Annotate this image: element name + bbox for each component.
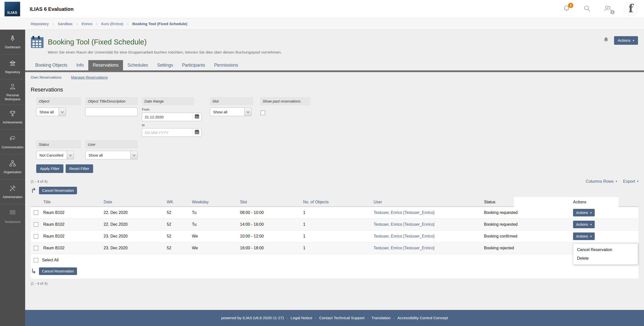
footer-link-translation[interactable]: Translation — [372, 316, 391, 320]
user-link[interactable]: Testuser, Enrico [Testuser_Enrico] — [374, 222, 434, 226]
object-notification-bell-icon[interactable] — [602, 36, 610, 44]
avatar[interactable]: f — [624, 2, 638, 16]
row-date: 22. Dec 2020 — [101, 210, 164, 215]
row-checkbox[interactable] — [34, 210, 38, 215]
table-header-slot[interactable]: Slot — [237, 200, 301, 204]
footer-link-accessibility-control-concept[interactable]: Accessibility Control Concept — [397, 316, 448, 320]
date-from-input[interactable] — [142, 113, 192, 121]
tab-permissions[interactable]: Permissions — [210, 60, 243, 70]
sidebar-item-achievements[interactable]: Achievements — [0, 105, 25, 130]
row-actions-cell: Actions▾Cancel ReservationDelete — [571, 232, 638, 240]
row-actions-button[interactable]: Actions▾ — [573, 209, 595, 216]
org-chart-icon — [9, 160, 16, 168]
sidebar-item-label: Organisation — [4, 170, 22, 174]
footer-separator: · — [315, 316, 316, 320]
row-slot: 16:00 - 18:00 — [237, 246, 301, 250]
table-header-no-of-objects[interactable]: No. of Objects — [301, 200, 371, 204]
tab-participants[interactable]: Participants — [178, 60, 210, 70]
chevron-down-icon — [244, 108, 251, 116]
breadcrumb-item-repository[interactable]: Repository — [31, 22, 49, 26]
breadcrumb-item-enrico[interactable]: Enrico — [82, 22, 92, 26]
row-checkbox[interactable] — [34, 246, 38, 250]
columns-rows-dropdown[interactable]: Columns Rows▾ — [586, 179, 617, 184]
row-user-cell: Testuser, Enrico [Testuser_Enrico] — [371, 234, 481, 239]
user-icon — [9, 83, 16, 91]
subtab-manage-reservations[interactable]: Manage Reservations — [71, 75, 108, 79]
row-status: Booking requested — [481, 222, 571, 227]
breadcrumb-item-booking-tool-fixed-schedule[interactable]: Booking Tool (Fixed Schedule) — [132, 22, 187, 26]
tab-booking-objects[interactable]: Booking Objects — [31, 60, 72, 70]
row-checkbox[interactable] — [34, 234, 38, 239]
sidebar-item-testbereich[interactable]: Testbereich — [0, 204, 25, 229]
sidebar-item-repository[interactable]: Repository — [0, 55, 25, 79]
tab-settings[interactable]: Settings — [153, 60, 178, 70]
row-checkbox[interactable] — [34, 222, 38, 227]
breadcrumb-item-kurs-enrico[interactable]: Kurs (Enrico) — [101, 22, 123, 26]
breadcrumb-item-sandbox[interactable]: Sandbox — [58, 22, 72, 26]
slot-filter-select[interactable]: Show all — [210, 108, 252, 116]
museum-icon — [9, 60, 16, 68]
menu-item-cancel-reservation[interactable]: Cancel Reservation — [573, 246, 638, 254]
bulk-cancel-reservation-top-button[interactable]: Cancel Reservation — [39, 187, 77, 194]
export-dropdown[interactable]: Export▾ — [623, 179, 638, 184]
date-from-label: From — [142, 108, 202, 111]
sidebar-item-administration[interactable]: Administration — [0, 179, 25, 204]
subtab-own-reservations[interactable]: Own Reservations — [31, 75, 62, 79]
user-link[interactable]: Testuser, Enrico [Testuser_Enrico] — [374, 210, 434, 215]
table-header-title[interactable]: Title — [41, 200, 101, 204]
row-actions-button[interactable]: Actions▾ — [573, 221, 595, 228]
user-filter-label: User — [85, 140, 138, 149]
sidebar-item-label: Personal Workspace — [1, 94, 24, 101]
row-status: Booking requested — [481, 210, 571, 215]
apply-filter-button[interactable]: Apply Filter — [36, 164, 63, 173]
table-header-date[interactable]: Date — [101, 200, 164, 204]
sidebar-item-personal-workspace[interactable]: Personal Workspace — [0, 79, 25, 105]
row-slot: 14:00 - 16:00 — [237, 222, 301, 227]
test-tubes-icon — [9, 209, 16, 218]
row-weekday: Tu — [189, 222, 237, 227]
footer-link-contact-technical-support[interactable]: Contact Technical Support — [319, 316, 365, 320]
date-to-input[interactable] — [142, 128, 192, 136]
ilias-logo[interactable]: ILIAS — [5, 2, 20, 16]
sidebar-item-label: Testbereich — [5, 220, 21, 224]
user-link[interactable]: Testuser, Enrico [Testuser_Enrico] — [374, 234, 434, 238]
row-wk: 52 — [164, 246, 189, 250]
row-weekday: We — [189, 246, 237, 250]
online-users-badge: 1 — [610, 10, 615, 14]
row-date: 23. Dec 2020 — [101, 246, 164, 250]
row-actions-button[interactable]: Actions▾ — [573, 232, 595, 240]
online-users-button[interactable]: 1 — [603, 5, 612, 14]
footer-link-legal-notice[interactable]: Legal Notice — [291, 316, 312, 320]
page-actions-button[interactable]: Actions▾ — [614, 36, 638, 45]
row-title: Raum B102 — [41, 234, 101, 239]
menu-item-delete[interactable]: Delete — [573, 254, 638, 263]
result-count: (1 - 4 of 4) — [31, 179, 48, 183]
date-to-group — [142, 128, 202, 137]
sidebar-item-communication[interactable]: Communication — [0, 130, 25, 155]
past-reservations-checkbox[interactable] — [261, 111, 265, 115]
bulk-cancel-reservation-bottom-button[interactable]: Cancel Reservation — [39, 267, 77, 275]
status-filter-select[interactable]: Not Cancelled — [36, 151, 74, 159]
tab-info[interactable]: Info — [72, 60, 88, 70]
date-to-calendar-button[interactable] — [192, 128, 201, 136]
sidebar-item-organisation[interactable]: Organisation — [0, 155, 25, 179]
tab-reservations[interactable]: Reservations — [88, 60, 123, 70]
sidebar-item-label: Dashboard — [5, 45, 20, 50]
row-weekday: Tu — [189, 210, 237, 215]
table-header-weekday[interactable]: Weekday — [189, 200, 237, 204]
user-link[interactable]: Testuser, Enrico [Testuser_Enrico] — [374, 246, 434, 250]
tab-schedules[interactable]: Schedules — [123, 60, 153, 70]
select-all-checkbox[interactable] — [34, 258, 38, 262]
search-button[interactable] — [583, 5, 592, 14]
notification-bell-button[interactable]: 3 — [562, 5, 571, 14]
calendar-icon — [194, 129, 200, 136]
date-from-calendar-button[interactable] — [192, 113, 201, 121]
user-filter-select[interactable]: Show all — [85, 151, 138, 159]
reset-filter-button[interactable]: Reset Filter — [66, 164, 93, 173]
object-filter-select[interactable]: Show all — [36, 108, 66, 116]
sidebar-item-dashboard[interactable]: Dashboard — [0, 30, 25, 55]
table-header-wk[interactable]: WK — [164, 200, 189, 204]
title-desc-input[interactable] — [85, 108, 138, 116]
table-row: Raum B10223. Dec 202052We16:00 - 18:001T… — [31, 242, 638, 254]
table-header-user[interactable]: User — [371, 200, 481, 204]
